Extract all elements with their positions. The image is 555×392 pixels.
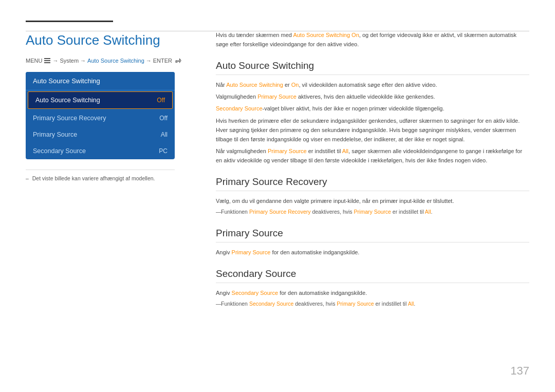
section-text-4: Hvis hverken de primære eller de sekundæ… xyxy=(216,116,529,144)
breadcrumb-menu: MENU xyxy=(26,58,42,64)
section-primary-source-recovery: Primary Source Recovery Vælg, om du vil … xyxy=(216,176,529,216)
menu-item-auto-source[interactable]: Auto Source Switching Off xyxy=(28,91,173,109)
top-horizontal-rule xyxy=(26,31,529,31)
enter-icon xyxy=(175,58,182,64)
breadcrumb: MENU → System → Auto Source Switching → … xyxy=(26,58,185,64)
note-highlight-sec-3: All xyxy=(408,301,414,307)
section-title-secondary-source: Secondary Source xyxy=(216,268,529,283)
breadcrumb-system: System xyxy=(60,58,79,64)
menu-item-secondary-source-value: PC xyxy=(159,147,168,155)
left-top-rule xyxy=(26,21,113,22)
menu-item-secondary-source-label: Secondary Source xyxy=(33,147,86,155)
intro-highlight: Auto Source Switching On xyxy=(293,32,359,38)
menu-item-secondary-source[interactable]: Secondary Source PC xyxy=(26,143,175,159)
section-secondary-source: Secondary Source Angiv Secondary Source … xyxy=(216,268,529,308)
menu-box-header: Auto Source Switching xyxy=(26,72,175,90)
menu-item-primary-source-value: All xyxy=(161,131,168,138)
section-title-auto-source: Auto Source Switching xyxy=(216,60,529,75)
text-highlight-6: All xyxy=(342,148,348,154)
text-highlight-2: On xyxy=(291,82,299,88)
breadcrumb-arrow1: → xyxy=(52,58,58,64)
menu-caption: – Det viste billede kan variere afhængig… xyxy=(26,170,175,181)
note-highlight-3: All xyxy=(425,209,431,215)
section-text-3: Secondary Source-valget bliver aktivt, h… xyxy=(216,104,529,113)
breadcrumb-highlight: Auto Source Switching xyxy=(87,58,144,64)
intro-text: Hvis du tænder skærmen med Auto Source S… xyxy=(216,31,529,49)
note-highlight-sec-2: Primary Source xyxy=(337,301,374,307)
caption-text: Det viste billede kan variere afhængigt … xyxy=(32,175,155,181)
section-primary-source: Primary Source Angiv Primary Source for … xyxy=(216,228,529,257)
menu-item-primary-recovery-label: Primary Source Recovery xyxy=(33,115,106,122)
section-title-primary-recovery: Primary Source Recovery xyxy=(216,176,529,191)
section-text-1: Når Auto Source Switching er On, vil vid… xyxy=(216,80,529,89)
page-number: 137 xyxy=(510,364,529,378)
section-note-recovery: Funktionen Primary Source Recovery deakt… xyxy=(216,208,529,216)
page-title: Auto Source Switching xyxy=(26,32,185,48)
page-container: Auto Source Switching MENU → System → Au… xyxy=(0,0,555,392)
text-highlight-secondary: Secondary Source xyxy=(232,290,279,296)
section-text-5: Når valgmuligheden Primary Source er ind… xyxy=(216,146,529,165)
breadcrumb-arrow3: → xyxy=(146,58,152,64)
menu-item-primary-source-label: Primary Source xyxy=(33,131,77,138)
breadcrumb-enter: ENTER xyxy=(153,58,172,64)
note-highlight-1: Primary Source Recovery xyxy=(249,209,311,215)
breadcrumb-arrow2: → xyxy=(80,58,86,64)
text-highlight-5: Primary Source xyxy=(268,148,307,154)
text-highlight-1: Auto Source Switching xyxy=(226,82,283,88)
section-text-secondary: Angiv Secondary Source for den automatis… xyxy=(216,288,529,297)
menu-item-primary-recovery[interactable]: Primary Source Recovery Off xyxy=(26,110,175,126)
text-highlight-primary: Primary Source xyxy=(232,249,271,255)
left-panel: Auto Source Switching MENU → System → Au… xyxy=(26,21,200,377)
section-text-2: Valgmuligheden Primary Source aktiveres,… xyxy=(216,92,529,101)
section-text-primary: Angiv Primary Source for den automatiske… xyxy=(216,248,529,257)
menu-item-auto-source-label: Auto Source Switching xyxy=(35,97,100,104)
menu-box: Auto Source Switching Auto Source Switch… xyxy=(26,72,175,159)
note-highlight-2: Primary Source xyxy=(354,209,391,215)
section-title-primary-source: Primary Source xyxy=(216,228,529,242)
menu-item-auto-source-value: Off xyxy=(157,97,165,104)
section-note-secondary: Funktionen Secondary Source deaktiveres,… xyxy=(216,300,529,308)
text-highlight-3: Primary Source xyxy=(257,94,297,100)
note-highlight-sec-1: Secondary Source xyxy=(249,301,293,307)
menu-item-primary-recovery-value: Off xyxy=(159,115,168,122)
text-highlight-4: Secondary Source xyxy=(216,105,263,111)
section-auto-source-switching: Auto Source Switching Når Auto Source Sw… xyxy=(216,60,529,165)
caption-dash: – xyxy=(26,175,29,181)
right-panel: Hvis du tænder skærmen med Auto Source S… xyxy=(200,21,529,377)
menu-item-primary-source[interactable]: Primary Source All xyxy=(26,126,175,143)
section-text-recovery: Vælg, om du vil gendanne den valgte prim… xyxy=(216,196,529,206)
menu-icon xyxy=(44,58,50,63)
